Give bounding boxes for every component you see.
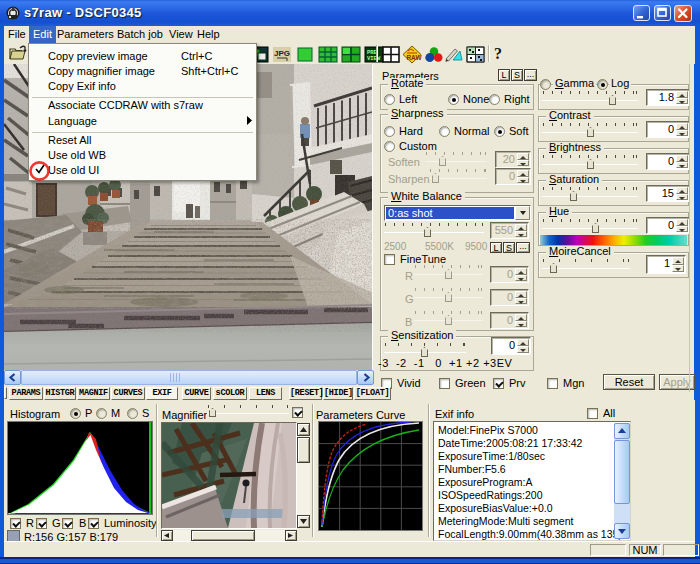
svg-text:JPG: JPG [274,49,290,58]
svg-text:RAW: RAW [406,54,422,61]
svg-text:?: ? [494,45,502,62]
svg-text:VIEW: VIEW [367,55,381,62]
